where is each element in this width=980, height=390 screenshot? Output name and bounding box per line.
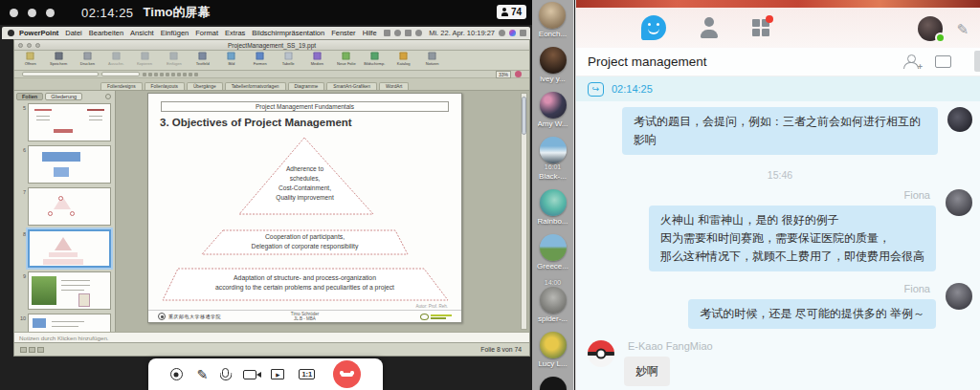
ppt-toolbar-button[interactable]: Medien <box>305 52 329 66</box>
tab-outline[interactable]: Gliederung <box>45 93 82 100</box>
messages-tab-icon[interactable] <box>641 15 666 40</box>
gallery-tab[interactable]: Foliendesigns <box>100 82 143 90</box>
tab-slides[interactable]: Folien <box>16 93 43 100</box>
font-name-field[interactable] <box>22 72 99 76</box>
sender-avatar[interactable] <box>588 340 614 367</box>
gallery-tab[interactable]: Folienlayouts <box>145 82 185 90</box>
screen-share-button[interactable]: ▶ <box>271 369 284 379</box>
mac-menu-item[interactable]: Format <box>195 29 218 37</box>
ppt-toolbar-button[interactable]: Formen <box>248 52 272 66</box>
participant-tile[interactable]: Rainbo... <box>537 189 568 227</box>
mac-menu-item[interactable]: Einfügen <box>161 29 189 37</box>
ppt-toolbar-button[interactable]: Neue Folie <box>334 52 358 66</box>
ppt-toolbar-button[interactable]: Textfeld <box>190 52 214 66</box>
ppt-toolbar-button[interactable]: Katalog <box>391 52 415 66</box>
mac-menu-item[interactable]: Bearbeiten <box>89 29 123 37</box>
apps-tab-icon[interactable] <box>752 19 769 36</box>
slide-thumbnail[interactable]: 7 <box>18 187 111 226</box>
pane-options-icon[interactable] <box>105 94 111 99</box>
ppt-toolbar-button[interactable]: Drucken <box>76 52 100 66</box>
slide-thumbnail[interactable]: 10 <box>18 314 111 332</box>
ppt-toolbar-button[interactable]: Öffnen <box>18 52 42 66</box>
gallery-tab[interactable]: Diagramme <box>288 82 325 90</box>
mac-menu-item[interactable]: Bildschirmpräsentation <box>252 29 324 37</box>
notes-pane[interactable]: Notizen durch Klicken hinzufügen. <box>14 332 529 342</box>
ppt-toolbar-button[interactable]: Tabelle <box>277 52 301 66</box>
gallery-tab[interactable]: SmartArt-Grafiken <box>326 82 377 90</box>
window-control-dot[interactable] <box>10 9 18 17</box>
participant-tile[interactable]: ivey y... <box>540 47 567 84</box>
folder-icon[interactable] <box>935 55 951 68</box>
record-button[interactable] <box>170 368 183 380</box>
participant-avatar[interactable] <box>539 2 566 29</box>
status-icon[interactable] <box>394 30 401 36</box>
gallery-tab[interactable]: Übergänge <box>187 82 223 90</box>
participant-tile[interactable]: Lucy L... <box>538 332 567 369</box>
contacts-tab-icon[interactable] <box>699 17 720 38</box>
format-buttons[interactable] <box>143 73 198 76</box>
mac-menu-item[interactable]: Extras <box>225 29 245 37</box>
window-control-dot[interactable] <box>28 9 36 17</box>
participant-avatar[interactable] <box>540 287 567 314</box>
notification-center-icon[interactable] <box>520 30 526 36</box>
zoom-value[interactable]: 33% <box>496 71 511 78</box>
mac-menu-item[interactable]: PowerPoint <box>19 29 58 37</box>
participant-tile[interactable]: 16:01 Black-... <box>539 137 567 182</box>
mac-clock[interactable]: Mi. 22. Apr. 10:19:27 <box>429 29 495 37</box>
participant-tile[interactable] <box>540 377 567 390</box>
viewer-count-badge[interactable]: 74 <box>497 5 526 19</box>
slide-thumbnail-selected[interactable]: 8 <box>18 229 111 268</box>
compose-icon[interactable]: ✎ <box>956 22 969 36</box>
participant-tile[interactable]: 14:00 spider-... <box>538 279 568 324</box>
ppt-toolbar-button[interactable]: Einfügen <box>162 52 186 66</box>
actual-size-button[interactable]: 1:1 <box>299 369 315 380</box>
apple-menu-icon[interactable] <box>8 30 14 36</box>
mac-menu-item[interactable]: Ansicht <box>130 29 154 37</box>
participant-tile[interactable]: Amy W... <box>538 92 568 129</box>
end-call-button[interactable] <box>333 360 361 388</box>
mac-menu-item[interactable]: Hilfe <box>363 29 377 37</box>
gallery-tab[interactable]: Tabellenformatvorlagen <box>225 82 286 90</box>
mac-menu-item[interactable]: Datei <box>65 29 82 37</box>
screen-share-banner[interactable]: ↪ 02:14:25 <box>576 76 980 101</box>
participant-avatar[interactable] <box>540 377 567 390</box>
window-control-dot[interactable] <box>46 9 55 17</box>
sender-avatar[interactable] <box>947 107 972 132</box>
slide-thumbnail[interactable]: 6 <box>18 145 111 184</box>
spotlight-icon[interactable] <box>499 30 505 36</box>
gallery-tab[interactable]: WordArt <box>379 82 410 90</box>
ppt-toolbar-button[interactable]: Bild <box>219 52 243 66</box>
status-icon[interactable] <box>384 30 390 36</box>
font-size-field[interactable] <box>101 72 140 76</box>
add-member-icon[interactable]: + <box>903 54 920 69</box>
battery-icon[interactable] <box>405 30 412 36</box>
mac-menu-item[interactable]: Fenster <box>331 29 355 37</box>
microphone-button[interactable] <box>222 368 229 378</box>
ppt-toolbar-button[interactable]: Bildschirmp. <box>363 52 387 66</box>
message-list[interactable]: 考试的题目，会提问，例如：三者之前会如何进行相互的影响 15:46 Fiona … <box>576 101 980 390</box>
camera-button[interactable] <box>243 370 256 379</box>
participant-avatar[interactable] <box>540 189 567 216</box>
ppt-toolbar-button[interactable]: Speichern <box>47 52 71 66</box>
slide-thumbnail[interactable]: 5 <box>18 103 111 141</box>
participant-tile[interactable]: Greece... <box>537 234 568 271</box>
annotate-button[interactable]: ✎ <box>197 368 209 381</box>
slide-scrollbar[interactable] <box>521 93 527 330</box>
participant-avatar[interactable] <box>540 234 567 261</box>
self-avatar[interactable] <box>918 16 943 41</box>
siri-icon[interactable] <box>509 30 516 36</box>
participant-tile[interactable]: Eonch... <box>539 2 567 39</box>
participant-avatar[interactable] <box>540 47 567 74</box>
ppt-toolbar-button[interactable]: Kopieren <box>133 52 157 66</box>
view-switcher[interactable] <box>20 347 44 353</box>
participant-avatar[interactable] <box>540 332 567 358</box>
wifi-icon[interactable] <box>415 30 422 36</box>
slide-thumbnail[interactable]: 9 <box>18 271 111 310</box>
sender-avatar[interactable] <box>946 283 972 310</box>
participant-avatar[interactable] <box>540 92 567 119</box>
help-icon[interactable] <box>515 71 522 77</box>
sender-avatar[interactable] <box>946 189 972 216</box>
ppt-toolbar-button[interactable]: Notizen <box>420 52 444 66</box>
participant-avatar[interactable] <box>540 137 567 163</box>
ppt-toolbar-button[interactable]: Ausschn. <box>104 52 128 66</box>
